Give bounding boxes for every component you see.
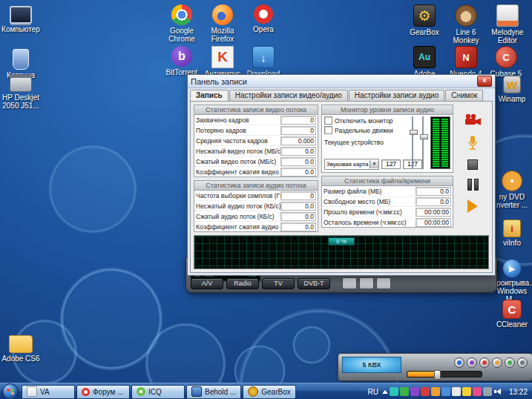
mini-player-eject-button[interactable] [517, 357, 528, 368]
stat-row: Сжатый аудио поток (КБ/с) 0.0 [194, 211, 318, 222]
right-volume-slider[interactable] [420, 116, 427, 169]
tray-icon[interactable] [483, 387, 492, 396]
desktop-icon-firefox[interactable]: Mozilla Firefox [202, 4, 243, 43]
play-button[interactable] [467, 200, 478, 213]
checkbox-box[interactable] [324, 116, 332, 125]
desktop-icon-adobe-audition[interactable]: Au Adobe [404, 46, 445, 78]
desktop-icon-nuendo[interactable]: N Nuendo 4 [445, 46, 487, 78]
tv-tv-button[interactable]: TV [262, 278, 295, 289]
desktop-icon-computer[interactable]: Компьютер [0, 6, 42, 33]
split-sliders-checkbox[interactable]: Раздельные движки [324, 125, 401, 135]
left-volume-slider[interactable] [410, 116, 416, 169]
desktop-icon-opera[interactable]: Opera [243, 4, 284, 33]
taskbar-button-icq[interactable]: ICQ [131, 385, 185, 399]
close-button[interactable]: × [477, 76, 492, 87]
pause-button[interactable] [467, 179, 479, 191]
tray-icon[interactable] [473, 387, 482, 396]
icon-glyph: C [508, 303, 516, 316]
icon-glyph: C [502, 52, 509, 63]
tray-icon[interactable] [421, 387, 430, 396]
desktop-icon-cubase[interactable]: C Cubase 5 [485, 46, 527, 78]
desktop-icon-gearbox[interactable]: ⚙ GearBox [404, 4, 445, 36]
left-level-value[interactable]: 127 [381, 159, 401, 169]
desktop-icon-winamp[interactable]: W Winamp [491, 76, 532, 103]
stat-row: Сжатый видео поток (МБ/с) 0.0 [194, 156, 318, 167]
tray-icon[interactable] [452, 387, 461, 396]
chrome-icon [171, 4, 192, 25]
record-audio-button[interactable] [467, 135, 479, 151]
mini-player-seek-slider[interactable] [407, 371, 482, 377]
slider-thumb[interactable] [410, 130, 418, 135]
tv-extra-button[interactable] [376, 277, 391, 289]
stat-label: Несжатый видео поток (МБ/с) [196, 148, 280, 155]
chevron-down-icon[interactable]: ▼ [370, 160, 378, 168]
stat-value: 0.0 [280, 202, 316, 211]
tray-icon[interactable] [400, 387, 409, 396]
taskbar-button-behold[interactable]: Behold ... [186, 385, 241, 399]
tv-extra-button[interactable] [342, 277, 357, 289]
tab-snapshot[interactable]: Снимок [445, 90, 483, 101]
desktop-icon-dvd-converter[interactable]: ny DVD nverter ... [491, 171, 532, 209]
dialog-titlebar[interactable]: Панель записи × [188, 75, 495, 88]
tray-icon[interactable] [431, 387, 440, 396]
language-indicator[interactable]: RU [364, 388, 382, 396]
desktop-icon-label: GearBox [404, 28, 445, 36]
slider-thumb[interactable] [420, 134, 428, 139]
stop-button[interactable] [467, 159, 478, 170]
monkey-icon [455, 4, 477, 27]
tv-radio-button[interactable]: Radio [226, 278, 259, 289]
desktop-icon-antivirus[interactable]: K Антивирус [202, 46, 243, 78]
windows-logo-icon [7, 389, 14, 395]
desktop-icon-adobe-cs6[interactable]: Adobe CS6 [0, 335, 42, 363]
play-icon [467, 200, 478, 213]
desktop-icon-download[interactable]: ↓ Download [243, 46, 284, 78]
record-video-button[interactable] [464, 113, 482, 126]
taskbar-button-gearbox[interactable]: GearBox [243, 385, 296, 399]
stat-value: 00:00:00 [416, 218, 451, 227]
sound-device-dropdown[interactable]: Звуковая карта ▼ [324, 159, 379, 170]
document-icon [27, 386, 37, 397]
nuendo-icon: N [455, 46, 477, 68]
mini-player-stop-button[interactable] [492, 357, 502, 368]
firefox-icon [212, 4, 233, 25]
desktop-icon-chrome[interactable]: Google Chrome [161, 4, 203, 43]
tray-icon[interactable] [441, 387, 450, 396]
start-button[interactable] [2, 383, 19, 399]
tray-icon[interactable] [462, 387, 471, 396]
checkbox-box[interactable] [324, 126, 332, 134]
desktop-icon-label: CCleaner [491, 320, 532, 329]
tab-audio-settings[interactable]: Настройки записи аудио [349, 90, 444, 101]
desktop-icon-wmp[interactable]: ▶ Проигрыва... Windows M... [491, 260, 532, 303]
desktop-icon-label: Opera [243, 25, 284, 33]
tv-av-button[interactable]: A/V [191, 278, 223, 289]
tray-icon[interactable] [410, 387, 419, 396]
desktop-icon-melodyne[interactable]: Melodyne Editor [487, 4, 528, 44]
volume-icon[interactable] [493, 387, 503, 396]
tray-expand-icon[interactable] [382, 390, 388, 394]
desktop-icon-line6-monkey[interactable]: Line 6 Monkey [445, 4, 487, 44]
ccleaner-icon: C [502, 300, 522, 319]
taskbar-button-va[interactable]: VA [22, 385, 75, 399]
mini-player-seek-knob[interactable] [434, 370, 441, 380]
mini-player-prev-button[interactable] [454, 357, 464, 368]
antivirus-icon: K [211, 46, 234, 68]
melodyne-icon [496, 4, 519, 27]
mute-monitor-checkbox[interactable]: Отключить монитор [324, 116, 401, 125]
tv-extra-button[interactable] [359, 277, 374, 289]
taskbar-clock[interactable]: 13:22 [506, 388, 532, 396]
stat-label: Коэффициент сжатия видео [196, 168, 280, 176]
stat-value: 0.0 [280, 168, 316, 177]
tab-video-audio-settings[interactable]: Настройки записи видео/аудио [229, 90, 348, 101]
tray-icon[interactable] [390, 387, 398, 396]
mini-player-pause-button[interactable] [479, 357, 490, 368]
desktop-icon-printer[interactable]: HP Deskjet 2050 J51... [0, 74, 42, 110]
tv-dvbt-button[interactable]: DVB-T [298, 278, 330, 289]
desktop-icon-aviinfo[interactable]: i viInfo [491, 220, 532, 247]
desktop-icon-label: viInfo [491, 239, 532, 247]
taskbar-button-forum[interactable]: Форум ... [76, 385, 130, 399]
desktop-icon-ccleaner[interactable]: C CCleaner [491, 300, 532, 329]
desktop-icon-bittorrent[interactable]: b BitTorrent [161, 46, 203, 76]
mini-player-play-button[interactable] [467, 357, 477, 368]
tab-record[interactable]: Запись [190, 90, 229, 101]
mini-player-next-button[interactable] [505, 357, 515, 368]
